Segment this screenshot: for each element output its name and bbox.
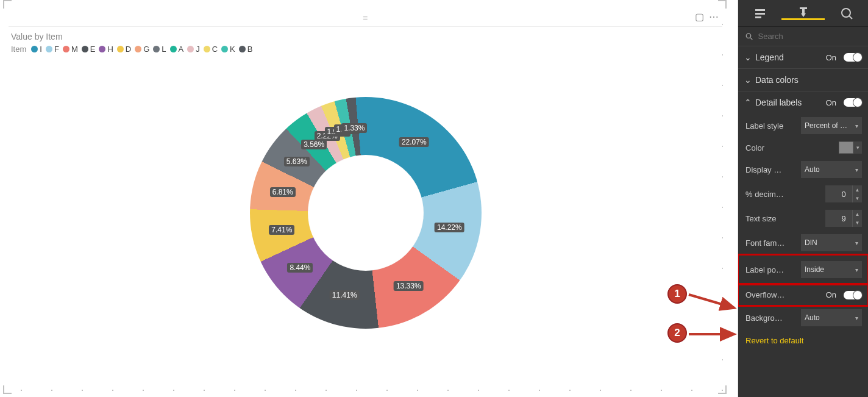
legend-item[interactable]: F	[46, 45, 59, 54]
prop-label: Backgro…	[745, 313, 783, 323]
legend-swatch-icon	[46, 46, 52, 52]
prop-label: Font fam…	[745, 238, 784, 248]
data-label: 14.22%	[435, 223, 464, 232]
svg-point-4	[842, 9, 850, 17]
step-down-icon[interactable]: ▼	[852, 218, 862, 227]
callout-badge-2: 2	[667, 323, 687, 343]
donut-hole	[308, 155, 424, 271]
legend-item[interactable]: I	[31, 45, 42, 54]
legend-swatch-icon	[117, 46, 124, 52]
legend-item[interactable]: G	[135, 45, 149, 54]
data-label: 5.63%	[284, 157, 310, 166]
legend-item[interactable]: K	[221, 45, 235, 54]
section-detail-labels[interactable]: Detail labels On	[738, 91, 868, 113]
prop-background: Backgro… Auto▾	[738, 306, 868, 330]
legend-swatch-icon	[31, 46, 38, 52]
prop-label-position: Label po… Inside▾	[738, 255, 868, 284]
svg-rect-1	[755, 13, 765, 15]
fields-tab[interactable]	[738, 7, 781, 20]
legend-swatch-icon	[187, 46, 194, 52]
legend-swatch-icon	[221, 46, 228, 52]
visual-header[interactable]: ≡ ▢ ⋯	[9, 9, 722, 27]
legend-item[interactable]: E	[82, 45, 96, 54]
prop-text-size: Text size 9 ▲▼	[738, 206, 868, 231]
section-data-colors[interactable]: Data colors	[738, 69, 868, 91]
select-value: Percent of …	[805, 121, 847, 130]
prop-overflow: Overflow… On	[738, 284, 868, 306]
report-canvas[interactable]: ≡ ▢ ⋯ Value by Item Item IFMEHDGLAJCKB 2…	[0, 0, 738, 397]
legend-swatch-icon	[82, 46, 88, 52]
data-label: 7.41%	[269, 225, 294, 235]
svg-rect-2	[755, 16, 761, 18]
data-label: 6.81%	[270, 187, 296, 197]
chart-title: Value by Item	[9, 27, 722, 43]
revert-to-default[interactable]: Revert to default	[738, 330, 868, 351]
data-label: 8.44%	[287, 263, 313, 273]
prop-label: Label po…	[745, 265, 784, 274]
legend-item[interactable]: L	[153, 45, 166, 54]
num-value: 0	[841, 190, 845, 199]
search-row[interactable]	[738, 27, 868, 46]
step-up-icon[interactable]: ▲	[852, 185, 862, 194]
pct-decimal-input[interactable]: 0 ▲▼	[825, 185, 862, 202]
selection-corner	[3, 0, 12, 9]
drag-grip-icon[interactable]: ≡	[363, 13, 368, 23]
step-down-icon[interactable]: ▼	[852, 194, 862, 202]
analytics-tab[interactable]	[825, 7, 868, 20]
text-size-input[interactable]: 9 ▲▼	[825, 210, 862, 227]
section-label: Detail labels	[755, 98, 802, 107]
legend-row: Item IFMEHDGLAJCKB	[9, 43, 722, 59]
legend-toggle[interactable]	[844, 53, 862, 62]
callout-badge-1: 1	[667, 284, 687, 304]
donut-chart[interactable]: 22.07%14.22%13.33%11.41%8.44%7.41%6.81%5…	[250, 97, 482, 329]
section-label: Legend	[755, 52, 784, 62]
legend-label: L	[162, 45, 166, 54]
legend-item[interactable]: H	[99, 45, 113, 54]
overflow-toggle[interactable]	[844, 291, 862, 299]
select-value: Inside	[805, 265, 824, 274]
legend-label: H	[107, 45, 113, 54]
legend-label: M	[71, 45, 78, 54]
donut-visual[interactable]: ≡ ▢ ⋯ Value by Item Item IFMEHDGLAJCKB 2…	[9, 9, 722, 377]
format-tab[interactable]	[781, 6, 825, 20]
legend-item[interactable]: J	[187, 45, 200, 54]
legend-label: E	[90, 45, 96, 54]
legend-label: K	[230, 45, 235, 54]
legend-item[interactable]: A	[170, 45, 184, 54]
label-position-select[interactable]: Inside▾	[801, 261, 862, 278]
prop-label: Color	[745, 143, 764, 152]
detail-labels-toggle[interactable]	[844, 98, 862, 107]
format-panel: Legend On Data colors Detail labels On L…	[738, 0, 868, 397]
search-input[interactable]	[758, 32, 861, 41]
legend-label: C	[212, 45, 218, 54]
data-label: 13.33%	[394, 281, 424, 291]
selection-corner	[718, 385, 727, 394]
color-dropdown-button[interactable]: ▾	[853, 141, 862, 154]
legend-item[interactable]: B	[239, 45, 253, 54]
num-value: 9	[841, 214, 845, 223]
panel-tabs	[738, 0, 868, 27]
legend-swatch-icon	[239, 46, 246, 52]
background-select[interactable]: Auto▾	[801, 309, 862, 326]
section-legend[interactable]: Legend On	[738, 46, 868, 69]
legend-item[interactable]: M	[63, 45, 78, 54]
select-value: Auto	[805, 313, 820, 322]
chevron-down-icon	[744, 52, 752, 62]
label-style-select[interactable]: Percent of …▾	[801, 117, 862, 134]
prop-label: Overflow…	[745, 290, 784, 299]
font-family-select[interactable]: DIN▾	[801, 234, 862, 251]
prop-label: Display …	[745, 165, 781, 174]
legend-swatch-icon	[204, 46, 210, 52]
display-units-select[interactable]: Auto▾	[801, 161, 862, 178]
legend-label: F	[54, 45, 59, 54]
data-label: 11.41%	[330, 290, 360, 300]
prop-label: % decim…	[745, 190, 784, 199]
legend-item[interactable]: C	[204, 45, 218, 54]
legend-item[interactable]: D	[117, 45, 131, 54]
chevron-up-icon	[744, 98, 752, 107]
toggle-state: On	[826, 290, 836, 299]
focus-mode-icon[interactable]: ▢	[695, 11, 704, 23]
color-swatch[interactable]	[839, 141, 853, 154]
more-options-icon[interactable]: ⋯	[709, 11, 719, 23]
step-up-icon[interactable]: ▲	[852, 210, 862, 218]
